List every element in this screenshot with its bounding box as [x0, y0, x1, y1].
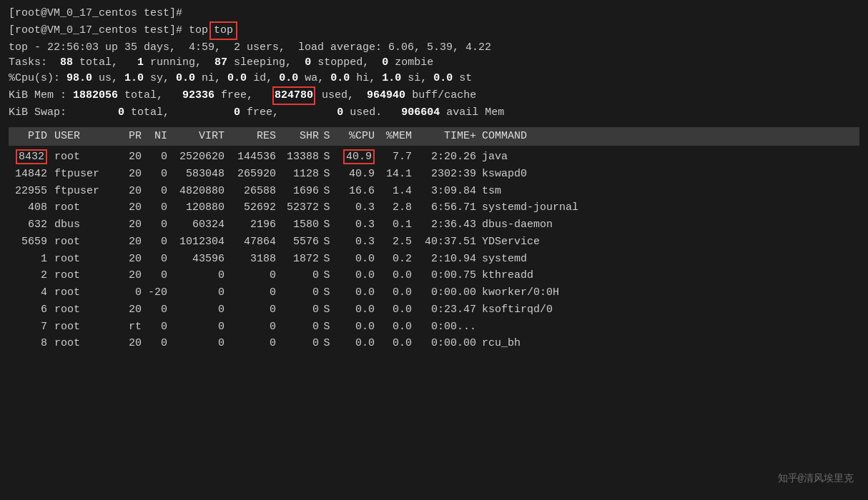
col-pid: 632 — [9, 217, 51, 233]
col-mem: 0.0 — [375, 268, 412, 284]
col-mem: 0.1 — [375, 217, 412, 233]
col-mem: 0.0 — [375, 302, 412, 318]
col-cmd: java — [476, 149, 859, 165]
col-user: root — [51, 302, 116, 318]
table-row: 6root200000S0.00.00:23.47ksoftirqd/0 — [9, 301, 859, 319]
col-res: 3188 — [225, 251, 276, 267]
col-shr: 5576 — [276, 234, 319, 250]
col-s: S — [319, 336, 335, 351]
col-cpu: 0.3 — [335, 200, 375, 216]
col-mem: 14.1 — [375, 166, 412, 182]
col-ni: 0 — [142, 268, 167, 284]
col-pid: 408 — [9, 200, 51, 216]
col-virt: 0 — [167, 336, 225, 351]
terminal: [root@VM_0_17_centos test]# [root@VM_0_1… — [9, 6, 859, 352]
col-res: 0 — [225, 268, 276, 284]
col-cmd — [476, 319, 859, 335]
col-mem: 7.7 — [375, 149, 412, 165]
col-header-shr: SHR — [276, 129, 319, 144]
col-cmd: kswapd0 — [476, 166, 859, 182]
col-user: root — [51, 336, 116, 351]
process-table: 8432root200252062014453613388S40.97.72:2… — [9, 149, 859, 352]
col-virt: 4820880 — [167, 184, 225, 199]
col-time: 40:37.51 — [412, 234, 476, 250]
col-cmd: rcu_bh — [476, 336, 859, 351]
col-cpu: 0.0 — [335, 251, 375, 267]
col-time: 0:00.75 — [412, 268, 476, 284]
col-user: dbus — [51, 217, 116, 233]
col-cmd: systemd-journal — [476, 200, 859, 216]
prompt-line-2: [root@VM_0_17_centos test]# toptop — [9, 21, 859, 40]
col-virt: 43596 — [167, 251, 225, 267]
col-virt: 2520620 — [167, 149, 225, 165]
col-user: root — [51, 149, 116, 165]
col-pid: 8432 — [9, 149, 51, 165]
col-cmd: dbus-daemon — [476, 217, 859, 233]
col-s: S — [319, 217, 335, 233]
col-shr: 52372 — [276, 200, 319, 216]
col-time: 0:00... — [412, 319, 476, 335]
col-s: S — [319, 302, 335, 318]
tasks-line: Tasks: 88 total, 1 running, 87 sleeping,… — [9, 55, 859, 71]
col-pid: 6 — [9, 302, 51, 318]
col-cmd: tsm — [476, 184, 859, 199]
col-virt: 0 — [167, 302, 225, 318]
col-res: 0 — [225, 336, 276, 351]
col-res: 0 — [225, 319, 276, 335]
table-row: 14842ftpuser2005830482659201128S40.914.1… — [9, 166, 859, 183]
col-s: S — [319, 234, 335, 250]
col-s: S — [319, 166, 335, 182]
col-header-pr: PR — [116, 129, 142, 144]
col-shr: 1128 — [276, 166, 319, 182]
col-header-pid: PID — [9, 129, 51, 144]
col-ni: 0 — [142, 200, 167, 216]
col-res: 26588 — [225, 184, 276, 199]
col-ni: 0 — [142, 166, 167, 182]
col-s: S — [319, 285, 335, 301]
col-mem: 1.4 — [375, 184, 412, 199]
col-user: ftpuser — [51, 166, 116, 182]
col-header-virt: VIRT — [167, 129, 225, 144]
table-row: 7rootrt0000S0.00.00:00... — [9, 319, 859, 336]
table-row: 2root200000S0.00.00:00.75kthreadd — [9, 267, 859, 284]
col-time: 2:20.26 — [412, 149, 476, 165]
col-mem: 2.5 — [375, 234, 412, 250]
cpu-line: %Cpu(s): 98.0 us, 1.0 sy, 0.0 ni, 0.0 id… — [9, 71, 859, 86]
col-pr: 20 — [116, 234, 142, 250]
col-header-res: RES — [225, 129, 276, 144]
watermark: 知乎@清风埃里克 — [778, 471, 854, 486]
col-user: root — [51, 268, 116, 284]
col-pr: 20 — [116, 251, 142, 267]
col-pid: 2 — [9, 268, 51, 284]
col-s: S — [319, 149, 335, 165]
col-pid: 8 — [9, 336, 51, 351]
col-shr: 0 — [276, 285, 319, 301]
col-ni: 0 — [142, 234, 167, 250]
col-virt: 0 — [167, 319, 225, 335]
col-time: 3:09.84 — [412, 184, 476, 199]
col-pr: 20 — [116, 166, 142, 182]
col-mem: 2.8 — [375, 200, 412, 216]
col-user: ftpuser — [51, 184, 116, 199]
col-time: 0:23.47 — [412, 302, 476, 318]
col-header-cmd: COMMAND — [476, 129, 859, 144]
col-virt: 0 — [167, 268, 225, 284]
table-row: 4root0-20000S0.00.00:00.00kworker/0:0H — [9, 284, 859, 301]
col-user: root — [51, 285, 116, 301]
col-time: 2:10.94 — [412, 251, 476, 267]
mem-line: KiB Mem : 1882056 total, 92336 free, 824… — [9, 86, 859, 105]
col-cmd: kworker/0:0H — [476, 285, 859, 301]
table-header: PID USER PR NI VIRT RES SHR S %CPU %MEM … — [9, 127, 859, 146]
col-ni: 0 — [142, 251, 167, 267]
col-cpu: 40.9 — [335, 166, 375, 182]
col-cpu: 0.0 — [335, 302, 375, 318]
col-pid: 7 — [9, 319, 51, 335]
top-time-line: top - 22:56:03 up 35 days, 4:59, 2 users… — [9, 40, 859, 56]
col-cmd: ksoftirqd/0 — [476, 302, 859, 318]
col-res: 2196 — [225, 217, 276, 233]
table-row: 1root2004359631881872S0.00.22:10.94syste… — [9, 251, 859, 268]
table-row: 5659root2001012304478645576S0.32.540:37.… — [9, 234, 859, 251]
col-virt: 120880 — [167, 200, 225, 216]
col-ni: -20 — [142, 285, 167, 301]
col-shr: 13388 — [276, 149, 319, 165]
